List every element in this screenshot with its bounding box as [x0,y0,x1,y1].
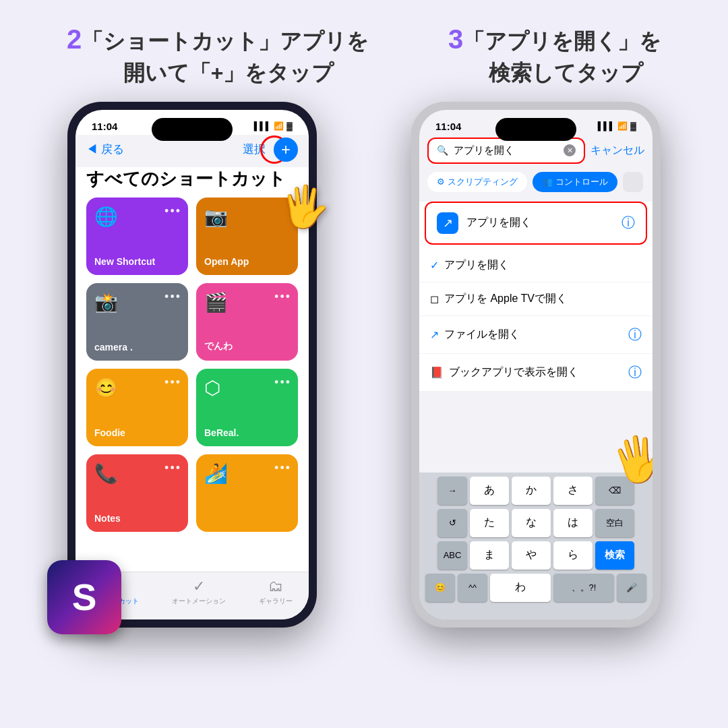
wifi-icon: 📶 [274,121,284,131]
filter-scripting[interactable]: ⚙ スクリプティング [427,172,527,192]
result-item-5[interactable]: 📕 ブックアプリで表示を開く ⓘ [419,354,653,392]
video-icon: 🎬 [204,291,228,313]
phone-icon: 📞 [94,462,118,485]
kb-punct[interactable]: 、。?! [553,574,614,602]
step3-num: 3 [448,24,463,54]
card-bereal[interactable]: ⬡ ••• BeReal. [196,369,298,446]
card-notes[interactable]: 📞 ••• Notes [86,454,188,532]
result-label-4: ファイルを開く [444,328,628,342]
signal-icon-2: ▌▌▌ [598,121,615,131]
surf-icon: 🏄 [204,462,228,485]
back-button[interactable]: ◀ 戻る [86,142,124,157]
kb-sa[interactable]: さ [553,477,593,505]
step3-title: 3「アプリを開く」を 検索してタップ [448,20,661,88]
kb-ta[interactable]: た [470,509,509,537]
card-more-3[interactable]: ••• [164,290,181,304]
card-more-5[interactable]: ••• [164,375,181,390]
card-foodie[interactable]: 😊 ••• Foodie [86,369,188,446]
result-item-4[interactable]: ↗ ファイルを開く ⓘ [419,316,653,354]
plus-button[interactable]: + [274,138,298,162]
card-label-6: BeReal. [204,427,290,438]
wifi-icon-2: 📶 [617,121,628,131]
nav-automation[interactable]: ✓ オートメーション [172,578,226,606]
kb-row-3: ABC ま や ら 検索 [422,541,650,570]
safari-icon: 🌐 [94,206,118,228]
check-icon: ✓ [430,259,439,272]
result-info-5[interactable]: ⓘ [628,363,642,382]
kb-a[interactable]: あ [470,477,509,505]
shortcuts-s-logo: S [72,576,97,619]
card-more-8[interactable]: ••• [274,461,291,475]
step2-num: 2 [67,24,82,54]
kb-row-4: 😊 ^^ わ 、。?! 🎤 [422,574,650,602]
nav-automation-label: オートメーション [172,597,226,606]
battery-icon-2: ▓ [630,121,636,131]
kb-emoji[interactable]: 😊 [425,574,455,602]
search-box[interactable]: 🔍 アプリを開く ✕ [427,138,585,164]
card-new-shortcut[interactable]: 🌐 ••• New Shortcut [86,198,188,275]
card-label-1: New Shortcut [94,256,180,267]
card-label-7: Notes [94,513,180,524]
result-item-3[interactable]: ◻ アプリを Apple TVで開く [419,282,653,316]
result-item-2[interactable]: ✓ アプリを開く [419,249,653,282]
card-more-4[interactable]: ••• [274,290,291,304]
result-label-5: ブックアプリで表示を開く [449,365,628,380]
book-icon: 📕 [430,366,444,379]
status-icons-1: ▌▌▌ 📶 ▓ [254,121,293,131]
search-clear-button[interactable]: ✕ [564,144,576,156]
card-denwa[interactable]: 🎬 ••• でんわ [196,283,298,361]
card-more-6[interactable]: ••• [274,375,291,390]
result-label-3: アプリを Apple TVで開く [444,292,642,306]
foodie-icon: 😊 [94,377,118,399]
hand-cursor-2: 🖐 [607,429,653,489]
status-icons-2: ▌▌▌ 📶 ▓ [598,121,636,131]
cancel-button[interactable]: キャンセル [590,144,644,158]
kb-space[interactable]: 空白 [595,509,634,537]
kb-abc[interactable]: ABC [437,541,467,570]
kb-mic[interactable]: 🎤 [617,574,646,602]
time-2: 11:04 [435,121,461,132]
camera-icon-1: 📷 [204,206,228,228]
filter-more[interactable] [623,172,643,192]
kb-ra[interactable]: ら [553,541,593,570]
step2-title: 2「ショートカット」アプリを 開いて「+」をタップ [67,20,369,88]
kb-arrow[interactable]: → [437,477,467,505]
gallery-nav-icon: 🗂 [268,578,283,595]
result-info-4[interactable]: ⓘ [628,326,642,344]
kb-undo[interactable]: ↺ [437,509,467,537]
kb-ma[interactable]: ま [470,541,509,570]
filter-scripting-label: スクリプティング [448,176,518,188]
search-input[interactable]: アプリを開く [454,144,558,157]
card-8[interactable]: 🏄 ••• [196,454,298,532]
kb-search[interactable]: 検索 [595,541,634,570]
shortcuts-app-icon: S [47,560,121,634]
kb-wa[interactable]: わ [490,574,551,602]
kb-ka[interactable]: か [512,477,551,505]
phone1: 11:04 ▌▌▌ 📶 ▓ ◀ 戻る 選択 + すべてのショートカット [67,102,317,628]
result-info-1[interactable]: ⓘ [621,214,635,232]
keyboard: → あ か さ ⌫ ↺ た な は 空白 ABC ま [419,473,653,619]
shortcuts-title: すべてのショートカット [75,167,309,198]
kb-ha[interactable]: は [553,509,593,537]
filter-control[interactable]: 👥 コントロール [533,172,617,192]
result-label-1: アプリを開く [466,216,621,230]
time-1: 11:04 [92,121,117,132]
kb-na[interactable]: な [512,509,551,537]
control-icon: 👥 [542,177,553,187]
nav-gallery[interactable]: 🗂 ギャラリー [259,578,293,606]
card-more-7[interactable]: ••• [164,461,181,475]
card-label-2: Open App [204,256,290,267]
result-item-1[interactable]: ↗ アプリを開く ⓘ [426,203,646,243]
nav-gallery-label: ギャラリー [259,597,293,606]
card-camera[interactable]: 📸 ••• camera . [86,283,188,361]
kb-ya[interactable]: や [512,541,551,570]
card-label-4: でんわ [204,340,290,353]
signal-icon: ▌▌▌ [254,121,272,131]
card-more-1[interactable]: ••• [164,204,181,218]
kb-dakuten[interactable]: ^^ [458,574,487,602]
battery-icon: ▓ [286,121,293,131]
automation-nav-icon: ✓ [193,578,205,595]
result-highlighted[interactable]: ↗ アプリを開く ⓘ [425,202,647,245]
card-label-5: Foodie [94,427,180,438]
shortcuts-actions: 選択 + [243,138,298,162]
